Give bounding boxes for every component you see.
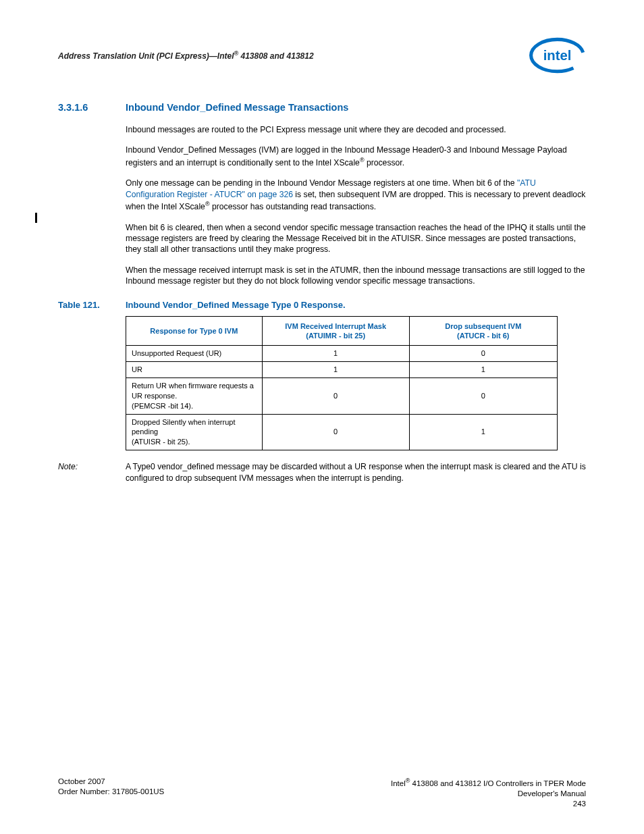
- table-row: UR11: [126, 362, 558, 378]
- paragraph: When the message received interrupt mask…: [126, 265, 586, 287]
- footer-product: Intel® 413808 and 413812 I/O Controllers…: [391, 777, 586, 789]
- page-header: Address Translation Unit (PCI Express)—I…: [58, 37, 586, 74]
- cell: Dropped Silently when interrupt pending …: [126, 414, 263, 450]
- cell: Return UR when firmware requests a UR re…: [126, 378, 263, 415]
- col-header: IVM Received Interrupt Mask(ATUIMR - bit…: [262, 317, 409, 346]
- table-caption: Inbound Vendor_Defined Message Type 0 Re…: [126, 299, 346, 311]
- cell: 0: [409, 378, 557, 415]
- cell: 0: [409, 346, 557, 362]
- note-label: Note:: [58, 461, 126, 484]
- svg-text:intel: intel: [543, 48, 572, 63]
- table-row: Response for Type 0 IVM IVM Received Int…: [126, 317, 558, 346]
- cell: 0: [262, 414, 409, 450]
- paragraph: Inbound Vendor_Defined Messages (IVM) ar…: [126, 145, 586, 168]
- response-table: Response for Type 0 IVM IVM Received Int…: [126, 316, 558, 450]
- col-header: Response for Type 0 IVM: [126, 317, 263, 346]
- footer-doc: Developer's Manual: [391, 789, 586, 800]
- page-footer: October 2007 Order Number: 317805-001US …: [58, 777, 586, 810]
- cell: 0: [262, 378, 409, 415]
- table-row: Dropped Silently when interrupt pending …: [126, 414, 558, 450]
- revision-bar: [35, 213, 37, 223]
- col-header: Drop subsequent IVM(ATUCR - bit 6): [409, 317, 557, 346]
- table-caption-row: Table 121. Inbound Vendor_Defined Messag…: [58, 299, 586, 311]
- cell: UR: [126, 362, 263, 378]
- table-row: Unsupported Request (UR)10: [126, 346, 558, 362]
- paragraph: Inbound messages are routed to the PCI E…: [126, 124, 586, 135]
- intel-logo: intel: [529, 37, 586, 74]
- header-title: Address Translation Unit (PCI Express)—I…: [58, 49, 314, 61]
- footer-pagenum: 243: [391, 799, 586, 810]
- paragraph: When bit 6 is cleared, then when a secon…: [126, 222, 586, 255]
- footer-order: Order Number: 317805-001US: [58, 787, 164, 798]
- table-label: Table 121.: [58, 299, 126, 311]
- cell: 1: [409, 362, 557, 378]
- cell: 1: [409, 414, 557, 450]
- table-row: Return UR when firmware requests a UR re…: [126, 378, 558, 415]
- section-number: 3.3.1.6: [58, 101, 126, 115]
- cell: Unsupported Request (UR): [126, 346, 263, 362]
- note-row: Note: A Type0 vendor_defined message may…: [58, 461, 586, 484]
- footer-date: October 2007: [58, 777, 164, 787]
- cell: 1: [262, 346, 409, 362]
- cell: 1: [262, 362, 409, 378]
- paragraph: Only one message can be pending in the I…: [126, 178, 586, 212]
- section-heading: 3.3.1.6 Inbound Vendor_Defined Message T…: [58, 101, 586, 115]
- note-text: A Type0 vendor_defined message may be di…: [126, 461, 586, 484]
- section-title: Inbound Vendor_Defined Message Transacti…: [126, 101, 348, 115]
